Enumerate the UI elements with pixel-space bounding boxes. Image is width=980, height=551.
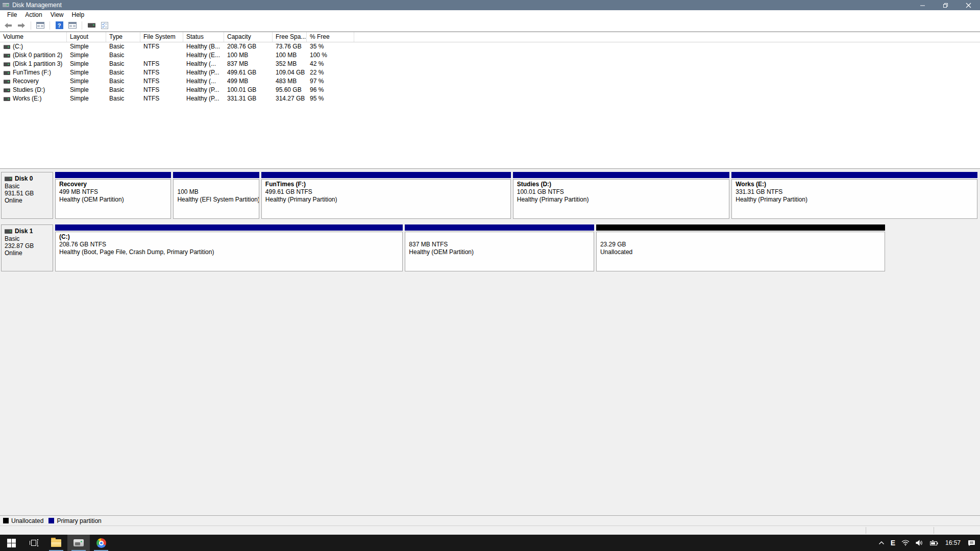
cell: Simple <box>67 86 106 94</box>
partition-strip: Recovery499 MB NTFSHealthy (OEM Partitio… <box>55 172 977 219</box>
disk-type: Basic <box>5 235 50 242</box>
tray-app-icon[interactable]: E <box>888 535 898 551</box>
task-view-icon <box>29 539 39 547</box>
partition[interactable]: 837 MB NTFSHealthy (OEM Partition) <box>405 224 594 271</box>
partition[interactable]: (C:)208.76 GB NTFSHealthy (Boot, Page Fi… <box>55 224 403 271</box>
partition-strip: (C:)208.76 GB NTFSHealthy (Boot, Page Fi… <box>55 224 977 271</box>
column-header-volume[interactable]: Volume <box>0 32 67 42</box>
table-row[interactable]: FunTimes (F:)SimpleBasicNTFSHealthy (P..… <box>0 68 980 77</box>
column-header-file-system[interactable]: File System <box>140 32 183 42</box>
volume-name: Studies (D:) <box>13 86 45 94</box>
disk-label[interactable]: Disk 1Basic232.87 GBOnline <box>1 224 53 271</box>
cell-volume: (C:) <box>0 42 67 51</box>
column-header-free-spa[interactable]: Free Spa... <box>273 32 307 42</box>
column-header-status[interactable]: Status <box>183 32 224 42</box>
cell: Basic <box>106 51 140 60</box>
speaker-icon[interactable] <box>913 535 926 551</box>
action-pane-icon[interactable] <box>67 20 78 31</box>
cell: 100 MB <box>224 51 273 60</box>
partition-title <box>600 233 881 241</box>
cell: Simple <box>67 68 106 77</box>
menu-action[interactable]: Action <box>21 10 46 19</box>
partition-size: 499.61 GB NTFS <box>265 188 507 196</box>
cell: Healthy (E... <box>183 51 224 60</box>
column-header-capacity[interactable]: Capacity <box>224 32 273 42</box>
column-header-free[interactable]: % Free <box>307 32 354 42</box>
disk-size: 232.87 GB <box>5 242 50 249</box>
volume-name: (Disk 1 partition 3) <box>13 60 62 68</box>
partition-color-band <box>405 224 594 231</box>
cell: 42 % <box>307 60 354 68</box>
volume-icon <box>4 80 10 84</box>
partition-size: 208.76 GB NTFS <box>59 241 399 248</box>
table-row[interactable]: Studies (D:)SimpleBasicNTFSHealthy (P...… <box>0 86 980 94</box>
cell <box>354 42 980 51</box>
cell: Simple <box>67 77 106 86</box>
cell: Simple <box>67 42 106 51</box>
chrome-button[interactable] <box>90 535 112 551</box>
menu-help[interactable]: Help <box>68 10 89 19</box>
menu-file[interactable]: File <box>3 10 21 19</box>
legend-label: Unallocated <box>11 517 43 524</box>
partition-size: 23.29 GB <box>600 241 881 248</box>
cell-volume: (Disk 1 partition 3) <box>0 60 67 68</box>
disk-name-label: Disk 0 <box>15 175 33 182</box>
partition[interactable]: 100 MBHealthy (EFI System Partition) <box>173 172 259 219</box>
cell: Healthy (... <box>183 77 224 86</box>
table-row[interactable]: Works (E:)SimpleBasicNTFSHealthy (P...33… <box>0 94 980 103</box>
table-row[interactable]: (Disk 0 partition 2)SimpleBasicHealthy (… <box>0 51 980 60</box>
table-row[interactable]: RecoverySimpleBasicNTFSHealthy (...499 M… <box>0 77 980 86</box>
disk-drive-icon <box>5 229 12 234</box>
partition[interactable]: Recovery499 MB NTFSHealthy (OEM Partitio… <box>55 172 171 219</box>
file-explorer-button[interactable] <box>45 535 67 551</box>
cell: 22 % <box>307 68 354 77</box>
partition-title: FunTimes (F:) <box>265 181 507 188</box>
cell: 100.01 GB <box>224 86 273 94</box>
battery-icon[interactable] <box>927 535 941 551</box>
cell: NTFS <box>140 60 183 68</box>
properties-icon[interactable] <box>100 20 110 31</box>
help-icon[interactable]: ? <box>54 20 64 31</box>
close-button[interactable] <box>957 0 980 10</box>
partition[interactable]: FunTimes (F:)499.61 GB NTFSHealthy (Prim… <box>261 172 511 219</box>
partition[interactable]: Studies (D:)100.01 GB NTFSHealthy (Prima… <box>513 172 729 219</box>
task-view-button[interactable] <box>22 535 45 551</box>
disk-name-label: Disk 1 <box>15 228 33 235</box>
table-row[interactable]: (C:)SimpleBasicNTFSHealthy (B...208.76 G… <box>0 42 980 51</box>
hidden-icons-chevron-icon[interactable] <box>876 535 887 551</box>
partition-color-band <box>513 172 729 178</box>
disk-icon[interactable] <box>86 20 96 31</box>
column-header-type[interactable]: Type <box>106 32 140 42</box>
partition[interactable]: Works (E:)331.31 GB NTFSHealthy (Primary… <box>731 172 977 219</box>
minimize-button[interactable] <box>911 0 934 10</box>
column-header-layout[interactable]: Layout <box>67 32 106 42</box>
action-center-icon[interactable] <box>965 535 978 551</box>
restore-button[interactable] <box>934 0 957 10</box>
volume-name: Recovery <box>13 77 39 86</box>
cell <box>354 77 980 86</box>
cell: Healthy (P... <box>183 68 224 77</box>
partition-size: 499 MB NTFS <box>59 188 167 196</box>
disk-management-taskbar-button[interactable] <box>67 535 90 551</box>
cell: Simple <box>67 51 106 60</box>
disk-label[interactable]: Disk 0Basic931.51 GBOnline <box>1 172 53 219</box>
toolbar: ? <box>0 19 980 32</box>
titlebar: Disk Management <box>0 0 980 10</box>
cell: Healthy (... <box>183 60 224 68</box>
clock[interactable]: 16:57 <box>942 535 964 551</box>
start-button[interactable] <box>0 535 22 551</box>
cell: 314.27 GB <box>273 94 307 103</box>
wifi-icon[interactable] <box>899 535 912 551</box>
partition-color-band <box>261 172 511 178</box>
back-icon[interactable] <box>3 20 13 31</box>
forward-icon[interactable] <box>16 20 27 31</box>
legend: UnallocatedPrimary partition <box>0 515 980 525</box>
cell: 95 % <box>307 94 354 103</box>
partition[interactable]: 23.29 GBUnallocated <box>596 224 885 271</box>
menu-view[interactable]: View <box>46 10 68 19</box>
cell: Basic <box>106 86 140 94</box>
table-row[interactable]: (Disk 1 partition 3)SimpleBasicNTFSHealt… <box>0 60 980 68</box>
volume-icon <box>4 88 10 92</box>
console-tree-icon[interactable] <box>35 20 45 31</box>
disk-row: Disk 1Basic232.87 GBOnline(C:)208.76 GB … <box>1 224 977 271</box>
